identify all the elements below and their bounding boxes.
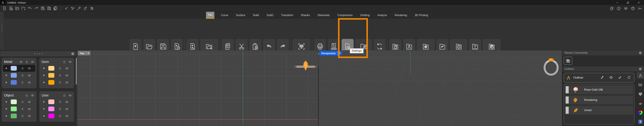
eye-icon[interactable] — [65, 100, 68, 104]
info-button[interactable] — [617, 6, 621, 10]
selection-bar[interactable] — [566, 86, 569, 93]
layers-stack-icon[interactable] — [19, 60, 23, 64]
eye-icon[interactable] — [65, 66, 68, 70]
tab-transform[interactable]: Transform — [280, 12, 294, 19]
play-icon[interactable] — [42, 81, 45, 84]
color-swatch[interactable] — [48, 80, 54, 85]
recent-file-button[interactable] — [8, 6, 13, 10]
color-swatch[interactable] — [11, 73, 17, 78]
chevron-down-icon[interactable] — [86, 51, 90, 55]
tab-surface[interactable]: Surface — [235, 12, 246, 19]
save-as-button[interactable] — [47, 6, 51, 10]
material-item[interactable]: 18KRose Gold 18k — [565, 86, 633, 94]
play-icon[interactable] — [5, 74, 8, 77]
material-row[interactable] — [40, 98, 73, 105]
selection-bar[interactable] — [566, 96, 569, 104]
material-row[interactable] — [3, 112, 35, 120]
gem-group-button[interactable] — [90, 6, 94, 10]
material-row[interactable] — [3, 98, 35, 105]
pages-button[interactable] — [610, 6, 614, 10]
color-swatch[interactable] — [48, 66, 54, 71]
eye-icon[interactable] — [65, 114, 68, 118]
material-row[interactable] — [3, 79, 35, 86]
eye-icon[interactable] — [28, 114, 31, 118]
color-swatch[interactable] — [48, 106, 54, 111]
top-viewport-tab[interactable]: Top — [78, 51, 90, 55]
eye-icon[interactable] — [28, 74, 31, 77]
tab-analyze[interactable]: Analyze — [376, 12, 388, 19]
color-swatch[interactable] — [48, 114, 54, 118]
gear-icon[interactable] — [71, 52, 74, 56]
tab-diamonds[interactable]: Diamonds — [316, 12, 331, 19]
eye-icon[interactable] — [28, 100, 31, 104]
scrollbar-thumb[interactable] — [76, 58, 77, 84]
eye-icon[interactable] — [65, 107, 68, 111]
top-viewport[interactable]: Top — [77, 50, 318, 126]
gem-align-button[interactable] — [83, 6, 88, 10]
gear-icon[interactable] — [639, 67, 642, 71]
eyedropper-button[interactable] — [600, 76, 604, 80]
material-row[interactable] — [40, 72, 73, 79]
lock-open-icon[interactable] — [21, 81, 24, 84]
ring-top-view[interactable] — [294, 60, 318, 74]
color-swatch[interactable] — [48, 100, 54, 104]
key-button[interactable] — [638, 6, 642, 10]
lock-open-icon[interactable] — [58, 66, 62, 70]
play-icon[interactable] — [5, 81, 8, 84]
tab-3d-printing[interactable]: 3D Printing — [414, 12, 429, 19]
tab-file[interactable]: File — [206, 12, 214, 19]
tab-rendering[interactable]: Rendering — [394, 12, 408, 19]
eye-icon[interactable] — [31, 60, 34, 64]
eye-icon[interactable] — [28, 81, 31, 84]
refresh-button[interactable] — [626, 76, 631, 80]
lock-open-icon[interactable] — [21, 66, 24, 70]
save-all-button[interactable] — [53, 6, 58, 10]
material-row[interactable] — [3, 65, 35, 72]
ring-perspective-view[interactable] — [542, 57, 561, 76]
material-row[interactable] — [40, 112, 73, 120]
graduation-cap-button[interactable] — [624, 6, 628, 10]
material-item[interactable]: Rendering — [565, 96, 633, 104]
lock-open-icon[interactable] — [58, 74, 62, 77]
recent-commands-panel-button[interactable] — [564, 57, 572, 65]
tab-curve[interactable]: Curve — [220, 12, 229, 19]
lock-open-icon[interactable] — [21, 114, 24, 118]
color-swatch[interactable] — [11, 114, 17, 118]
pencil-button[interactable] — [618, 76, 622, 80]
material-row[interactable] — [40, 79, 73, 86]
lock-open-icon[interactable] — [58, 107, 62, 110]
lock-open-icon[interactable] — [62, 94, 66, 97]
material-item[interactable]: Unset — [565, 106, 633, 114]
play-icon[interactable] — [42, 108, 45, 110]
wedge-tab[interactable] — [636, 100, 644, 106]
play-icon[interactable] — [5, 114, 8, 117]
play-icon[interactable] — [42, 67, 45, 70]
tab-subd[interactable]: SubD — [266, 12, 274, 19]
tab-components[interactable]: Components — [336, 12, 354, 19]
scales-button[interactable] — [609, 76, 613, 80]
dock-strip[interactable] — [0, 12, 4, 50]
help-blue-tab[interactable]: ? — [636, 118, 644, 125]
eye-icon[interactable] — [68, 94, 72, 97]
eye-icon[interactable] — [31, 94, 34, 97]
play-icon[interactable] — [5, 100, 8, 103]
eye-icon[interactable] — [28, 107, 31, 111]
gem-probe-button[interactable] — [77, 6, 81, 10]
play-icon[interactable] — [5, 108, 8, 110]
eye-icon[interactable] — [65, 81, 68, 84]
lock-open-icon[interactable] — [21, 100, 24, 104]
material-row[interactable] — [3, 105, 35, 112]
drag-handle-icon[interactable] — [0, 25, 4, 31]
color-swatch[interactable] — [11, 66, 17, 71]
tab-drafting[interactable]: Drafting — [359, 12, 371, 19]
lock-open-icon[interactable] — [58, 114, 62, 118]
play-icon[interactable] — [5, 67, 8, 70]
material-row[interactable] — [3, 72, 35, 79]
lock-open-icon[interactable] — [25, 94, 28, 97]
perspective-viewport-tab[interactable]: Perspective — [320, 51, 342, 55]
new-folder-button[interactable] — [21, 6, 26, 10]
lock-open-icon[interactable] — [58, 100, 62, 104]
color-swatch[interactable] — [11, 106, 17, 111]
tab-solid[interactable]: Solid — [252, 12, 260, 19]
material-row[interactable] — [40, 65, 73, 72]
